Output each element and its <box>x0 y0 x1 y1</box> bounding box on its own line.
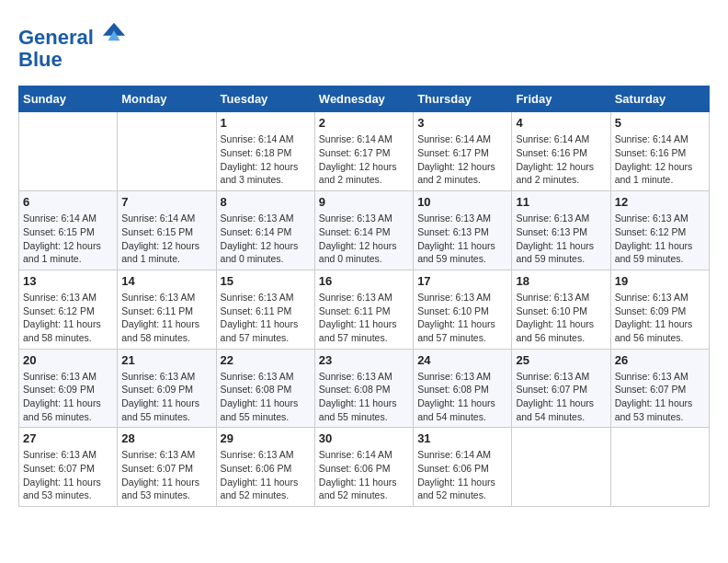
calendar-cell: 30Sunrise: 6:14 AM Sunset: 6:06 PM Dayli… <box>314 428 413 507</box>
day-info: Sunrise: 6:13 AM Sunset: 6:11 PM Dayligh… <box>319 291 409 345</box>
day-number: 14 <box>121 274 211 288</box>
day-info: Sunrise: 6:14 AM Sunset: 6:06 PM Dayligh… <box>319 448 409 502</box>
day-number: 22 <box>221 353 311 367</box>
calendar-table: SundayMondayTuesdayWednesdayThursdayFrid… <box>18 86 710 507</box>
day-info: Sunrise: 6:13 AM Sunset: 6:08 PM Dayligh… <box>319 370 409 424</box>
day-number: 8 <box>221 195 311 209</box>
day-number: 10 <box>417 195 507 209</box>
day-number: 20 <box>23 353 113 367</box>
day-number: 16 <box>319 274 409 288</box>
calendar-cell: 26Sunrise: 6:13 AM Sunset: 6:07 PM Dayli… <box>610 349 709 428</box>
day-info: Sunrise: 6:13 AM Sunset: 6:13 PM Dayligh… <box>516 212 606 266</box>
day-number: 27 <box>23 431 113 445</box>
day-info: Sunrise: 6:14 AM Sunset: 6:18 PM Dayligh… <box>221 132 311 187</box>
calendar-cell: 3Sunrise: 6:14 AM Sunset: 6:17 PM Daylig… <box>414 112 512 191</box>
calendar-cell: 31Sunrise: 6:14 AM Sunset: 6:06 PM Dayli… <box>414 428 512 507</box>
calendar-cell: 7Sunrise: 6:14 AM Sunset: 6:15 PM Daylig… <box>118 191 216 270</box>
calendar-cell: 14Sunrise: 6:13 AM Sunset: 6:11 PM Dayli… <box>118 270 216 349</box>
day-info: Sunrise: 6:14 AM Sunset: 6:16 PM Dayligh… <box>516 132 606 187</box>
calendar-cell: 15Sunrise: 6:13 AM Sunset: 6:11 PM Dayli… <box>216 270 314 349</box>
weekday-header-monday: Monday <box>118 86 216 112</box>
day-info: Sunrise: 6:13 AM Sunset: 6:07 PM Dayligh… <box>23 448 113 502</box>
calendar-cell: 22Sunrise: 6:13 AM Sunset: 6:08 PM Dayli… <box>216 349 314 428</box>
day-info: Sunrise: 6:13 AM Sunset: 6:08 PM Dayligh… <box>221 370 311 424</box>
calendar-cell: 11Sunrise: 6:13 AM Sunset: 6:13 PM Dayli… <box>512 191 610 270</box>
calendar-cell: 16Sunrise: 6:13 AM Sunset: 6:11 PM Dayli… <box>314 270 413 349</box>
day-number: 7 <box>121 195 211 209</box>
calendar-week-1: 1Sunrise: 6:14 AM Sunset: 6:18 PM Daylig… <box>19 112 710 191</box>
calendar-header-row: SundayMondayTuesdayWednesdayThursdayFrid… <box>19 86 710 112</box>
day-info: Sunrise: 6:13 AM Sunset: 6:10 PM Dayligh… <box>417 291 507 345</box>
day-number: 9 <box>319 195 409 209</box>
calendar-week-5: 27Sunrise: 6:13 AM Sunset: 6:07 PM Dayli… <box>19 428 710 507</box>
weekday-header-wednesday: Wednesday <box>314 86 413 112</box>
calendar-cell: 28Sunrise: 6:13 AM Sunset: 6:07 PM Dayli… <box>118 428 216 507</box>
calendar-week-2: 6Sunrise: 6:14 AM Sunset: 6:15 PM Daylig… <box>19 191 710 270</box>
calendar-cell: 4Sunrise: 6:14 AM Sunset: 6:16 PM Daylig… <box>512 112 610 191</box>
calendar-week-3: 13Sunrise: 6:13 AM Sunset: 6:12 PM Dayli… <box>19 270 710 349</box>
day-info: Sunrise: 6:13 AM Sunset: 6:07 PM Dayligh… <box>615 370 705 424</box>
calendar-cell: 10Sunrise: 6:13 AM Sunset: 6:13 PM Dayli… <box>414 191 512 270</box>
day-number: 1 <box>221 116 311 130</box>
calendar-cell: 25Sunrise: 6:13 AM Sunset: 6:07 PM Dayli… <box>512 349 610 428</box>
day-number: 2 <box>319 116 409 130</box>
calendar-cell: 20Sunrise: 6:13 AM Sunset: 6:09 PM Dayli… <box>19 349 118 428</box>
day-number: 24 <box>417 353 507 367</box>
calendar-cell: 23Sunrise: 6:13 AM Sunset: 6:08 PM Dayli… <box>314 349 413 428</box>
day-info: Sunrise: 6:13 AM Sunset: 6:09 PM Dayligh… <box>615 291 705 345</box>
calendar-cell: 24Sunrise: 6:13 AM Sunset: 6:08 PM Dayli… <box>414 349 512 428</box>
day-number: 18 <box>516 274 606 288</box>
calendar-cell: 13Sunrise: 6:13 AM Sunset: 6:12 PM Dayli… <box>19 270 118 349</box>
day-info: Sunrise: 6:13 AM Sunset: 6:10 PM Dayligh… <box>516 291 606 345</box>
day-number: 19 <box>615 274 705 288</box>
day-number: 28 <box>121 431 211 445</box>
calendar-cell <box>19 112 118 191</box>
calendar-cell: 5Sunrise: 6:14 AM Sunset: 6:16 PM Daylig… <box>610 112 709 191</box>
day-info: Sunrise: 6:13 AM Sunset: 6:08 PM Dayligh… <box>417 370 507 424</box>
day-number: 15 <box>221 274 311 288</box>
calendar-cell <box>512 428 610 507</box>
day-info: Sunrise: 6:14 AM Sunset: 6:16 PM Dayligh… <box>615 132 705 187</box>
logo-line2: Blue <box>18 49 127 71</box>
day-info: Sunrise: 6:13 AM Sunset: 6:11 PM Dayligh… <box>121 291 211 345</box>
day-info: Sunrise: 6:14 AM Sunset: 6:17 PM Dayligh… <box>417 132 507 187</box>
calendar-cell: 18Sunrise: 6:13 AM Sunset: 6:10 PM Dayli… <box>512 270 610 349</box>
day-info: Sunrise: 6:14 AM Sunset: 6:06 PM Dayligh… <box>417 448 507 502</box>
day-number: 5 <box>615 116 705 130</box>
weekday-header-friday: Friday <box>512 86 610 112</box>
calendar-cell: 2Sunrise: 6:14 AM Sunset: 6:17 PM Daylig… <box>314 112 413 191</box>
day-number: 26 <box>615 353 705 367</box>
calendar-cell: 8Sunrise: 6:13 AM Sunset: 6:14 PM Daylig… <box>216 191 314 270</box>
day-info: Sunrise: 6:13 AM Sunset: 6:06 PM Dayligh… <box>221 448 311 502</box>
day-number: 31 <box>417 431 507 445</box>
day-info: Sunrise: 6:13 AM Sunset: 6:09 PM Dayligh… <box>23 370 113 424</box>
day-number: 12 <box>615 195 705 209</box>
calendar-cell: 27Sunrise: 6:13 AM Sunset: 6:07 PM Dayli… <box>19 428 118 507</box>
day-info: Sunrise: 6:13 AM Sunset: 6:14 PM Dayligh… <box>319 212 409 266</box>
day-number: 6 <box>23 195 113 209</box>
day-info: Sunrise: 6:13 AM Sunset: 6:13 PM Dayligh… <box>417 212 507 266</box>
day-info: Sunrise: 6:14 AM Sunset: 6:15 PM Dayligh… <box>23 212 113 266</box>
day-info: Sunrise: 6:13 AM Sunset: 6:07 PM Dayligh… <box>121 448 211 502</box>
day-info: Sunrise: 6:13 AM Sunset: 6:09 PM Dayligh… <box>121 370 211 424</box>
calendar-cell: 1Sunrise: 6:14 AM Sunset: 6:18 PM Daylig… <box>216 112 314 191</box>
calendar-cell: 17Sunrise: 6:13 AM Sunset: 6:10 PM Dayli… <box>414 270 512 349</box>
logo: General Blue <box>18 18 127 71</box>
calendar-cell: 29Sunrise: 6:13 AM Sunset: 6:06 PM Dayli… <box>216 428 314 507</box>
calendar-week-4: 20Sunrise: 6:13 AM Sunset: 6:09 PM Dayli… <box>19 349 710 428</box>
logo-text: General <box>18 18 127 49</box>
weekday-header-tuesday: Tuesday <box>216 86 314 112</box>
weekday-header-thursday: Thursday <box>414 86 512 112</box>
day-info: Sunrise: 6:13 AM Sunset: 6:07 PM Dayligh… <box>516 370 606 424</box>
logo-icon <box>101 18 127 44</box>
calendar-cell: 21Sunrise: 6:13 AM Sunset: 6:09 PM Dayli… <box>118 349 216 428</box>
day-number: 11 <box>516 195 606 209</box>
day-number: 3 <box>417 116 507 130</box>
calendar-cell <box>118 112 216 191</box>
weekday-header-sunday: Sunday <box>19 86 118 112</box>
day-info: Sunrise: 6:14 AM Sunset: 6:17 PM Dayligh… <box>319 132 409 187</box>
day-info: Sunrise: 6:13 AM Sunset: 6:12 PM Dayligh… <box>615 212 705 266</box>
day-number: 17 <box>417 274 507 288</box>
calendar-cell: 19Sunrise: 6:13 AM Sunset: 6:09 PM Dayli… <box>610 270 709 349</box>
day-info: Sunrise: 6:13 AM Sunset: 6:14 PM Dayligh… <box>221 212 311 266</box>
